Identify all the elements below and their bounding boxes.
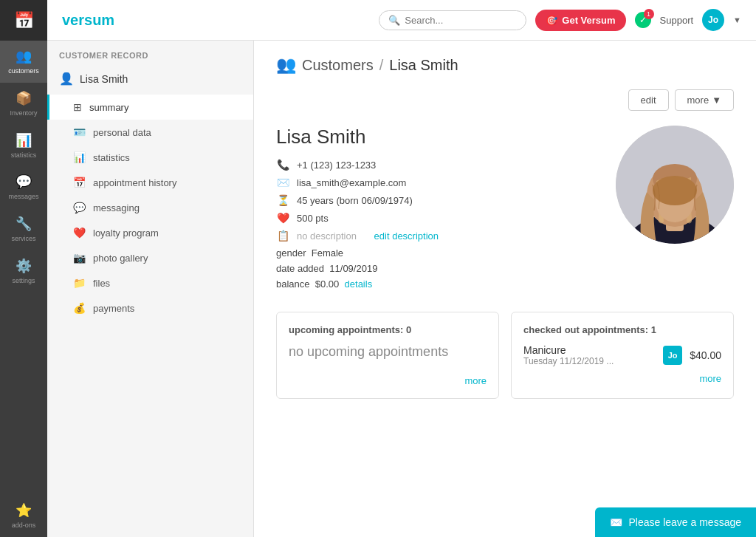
sidebar-item-summary[interactable]: ⊞ summary	[47, 95, 253, 120]
age-value: 45 years (born 06/09/1974)	[297, 195, 413, 206]
gender-row: gender Female	[276, 247, 601, 259]
breadcrumb-separator: /	[379, 57, 384, 74]
leave-message-label: Please leave a message	[628, 516, 741, 528]
profile-info: Lisa Smith 📞 +1 (123) 123-1233 ✉️ lisa_s…	[276, 126, 601, 294]
profile-section: Lisa Smith 📞 +1 (123) 123-1233 ✉️ lisa_s…	[276, 126, 734, 294]
customer-full-name: Lisa Smith	[276, 126, 601, 148]
sidebar-item-photo-gallery[interactable]: 📷 photo gallery	[47, 245, 253, 270]
checked-out-more-link[interactable]: more	[699, 373, 721, 384]
breadcrumb-icon: 👥	[276, 55, 296, 75]
edit-button[interactable]: edit	[628, 89, 669, 111]
customers-icon: 👥	[16, 48, 32, 64]
phone-value: +1 (123) 123-1233	[297, 160, 376, 171]
main-content: 👥 Customers / Lisa Smith edit more ▼	[254, 41, 756, 537]
statistics-icon: 📊	[16, 132, 32, 148]
phone-icon: 📞	[276, 159, 289, 171]
balance-row: balance $0.00 details	[276, 278, 601, 290]
search-input[interactable]	[405, 15, 517, 26]
appt-service-name: Manicure	[523, 344, 656, 356]
upcoming-more: more	[289, 374, 487, 386]
search-box[interactable]: 🔍	[379, 10, 526, 30]
age-row: ⏳ 45 years (born 06/09/1974)	[276, 194, 601, 206]
sidebar-item-personal-data[interactable]: 🪪 personal data	[47, 120, 253, 145]
breadcrumb-current: Lisa Smith	[389, 57, 458, 74]
leave-message-button[interactable]: ✉️ Please leave a message	[595, 507, 756, 537]
checked-out-card-title: checked out appointments: 1	[523, 324, 721, 335]
topbar: versum 🔍 🎯 Get Versum ✓ 1 Support Jo ▼	[47, 0, 756, 41]
appt-date: Tuesday 11/12/2019 ...	[523, 356, 656, 366]
sidebar-item-payments[interactable]: 💰 payments	[47, 295, 253, 321]
profile-photo	[616, 126, 734, 244]
left-navigation: 📅 👥 customers 📦 Inventory 📊 statistics 💬…	[0, 0, 47, 537]
sidebar-item-files[interactable]: 📁 files	[47, 270, 253, 295]
phone-row: 📞 +1 (123) 123-1233	[276, 159, 601, 171]
appointment-history-icon: 📅	[73, 177, 86, 188]
nav-item-statistics[interactable]: 📊 statistics	[0, 125, 47, 167]
more-button[interactable]: more ▼	[675, 89, 735, 111]
age-icon: ⏳	[276, 194, 289, 206]
date-added-row: date added 11/09/2019	[276, 263, 601, 274]
personal-data-icon: 🪪	[73, 126, 86, 138]
addons-icon: ⭐	[16, 502, 32, 519]
nav-item-addons[interactable]: ⭐ add-ons	[0, 495, 47, 537]
nav-label-messages: messages	[8, 193, 38, 201]
edit-description-link[interactable]: edit description	[374, 230, 439, 242]
get-versum-button[interactable]: 🎯 Get Versum	[535, 10, 625, 31]
appt-info: Manicure Tuesday 11/12/2019 ...	[523, 344, 656, 366]
leave-message-icon: ✉️	[610, 516, 622, 528]
inventory-icon: 📦	[16, 90, 32, 106]
sidebar-item-statistics[interactable]: 📊 statistics	[47, 145, 253, 170]
payments-icon: 💰	[73, 302, 86, 314]
description-row: 📋 no description edit description	[276, 230, 601, 242]
checked-out-card: checked out appointments: 1 Manicure Tue…	[511, 312, 734, 399]
breadcrumb: 👥 Customers / Lisa Smith	[276, 55, 734, 75]
customer-icon: 👤	[59, 72, 74, 86]
balance-details-link[interactable]: details	[345, 278, 373, 290]
breadcrumb-parent[interactable]: Customers	[302, 57, 374, 74]
messages-icon: 💬	[16, 174, 32, 190]
nav-item-services[interactable]: 🔧 services	[0, 208, 47, 250]
user-avatar[interactable]: Jo	[702, 9, 724, 31]
nav-label-statistics: statistics	[11, 151, 37, 160]
loyalty-icon: ❤️	[276, 212, 289, 224]
email-icon: ✉️	[276, 177, 289, 188]
description-placeholder: no description	[297, 230, 357, 242]
nav-label-services: services	[11, 235, 35, 243]
sidebar-section-label: CUSTOMER RECORD	[47, 41, 253, 66]
nav-label-inventory: Inventory	[10, 109, 37, 117]
appt-item: Manicure Tuesday 11/12/2019 ... Jo $40.0…	[523, 344, 721, 366]
nav-item-customers[interactable]: 👥 customers	[0, 41, 47, 83]
support-button[interactable]: Support	[660, 15, 694, 26]
sidebar-item-loyalty-program[interactable]: ❤️ loyalty program	[47, 220, 253, 245]
sidebar-customer-name[interactable]: 👤 Lisa Smith	[47, 66, 253, 92]
email-row: ✉️ lisa_smith@example.com	[276, 177, 601, 188]
photo-gallery-icon: 📷	[73, 252, 86, 264]
nav-item-messages[interactable]: 💬 messages	[0, 166, 47, 208]
email-value: lisa_smith@example.com	[297, 177, 406, 188]
app-logo: versum	[62, 12, 114, 29]
loyalty-program-icon: ❤️	[73, 227, 86, 239]
action-row: edit more ▼	[276, 89, 734, 111]
upcoming-appointments-card: upcoming appointments: 0 no upcoming app…	[276, 312, 499, 399]
nav-item-inventory[interactable]: 📦 Inventory	[0, 83, 47, 125]
loyalty-value: 500 pts	[297, 213, 329, 224]
appt-price: $40.00	[690, 349, 721, 361]
services-icon: 🔧	[16, 216, 32, 232]
messaging-icon: 💬	[73, 202, 86, 213]
notification-badge[interactable]: ✓ 1	[635, 12, 651, 28]
staff-badge: Jo	[663, 346, 682, 365]
settings-icon: ⚙️	[16, 258, 32, 274]
content-area: CUSTOMER RECORD 👤 Lisa Smith ⊞ summary 🪪…	[47, 41, 756, 537]
nav-label-customers: customers	[8, 67, 39, 75]
nav-label-addons: add-ons	[12, 521, 36, 530]
sidebar-item-appointment-history[interactable]: 📅 appointment history	[47, 170, 253, 195]
appointment-cards: upcoming appointments: 0 no upcoming app…	[276, 312, 734, 399]
upcoming-more-link[interactable]: more	[464, 375, 487, 386]
customer-sidebar: CUSTOMER RECORD 👤 Lisa Smith ⊞ summary 🪪…	[47, 41, 254, 537]
nav-item-settings[interactable]: ⚙️ settings	[0, 250, 47, 293]
sidebar-item-messaging[interactable]: 💬 messaging	[47, 195, 253, 220]
brand-logo: 📅	[0, 0, 47, 41]
main-area: versum 🔍 🎯 Get Versum ✓ 1 Support Jo ▼ C…	[47, 0, 756, 537]
user-dropdown-arrow[interactable]: ▼	[733, 16, 741, 24]
files-icon: 📁	[73, 277, 86, 289]
